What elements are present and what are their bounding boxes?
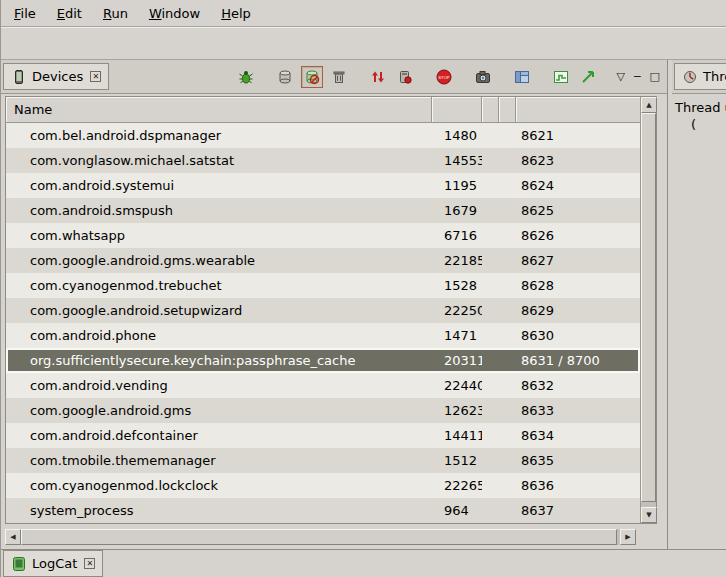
maximize-icon[interactable]: □ [650, 70, 660, 83]
process-name: com.bel.android.dspmanager [6, 128, 432, 143]
column-header-pid[interactable] [432, 97, 482, 123]
process-pid: 12623 [432, 403, 482, 418]
column-header-port[interactable] [516, 97, 640, 123]
screen-capture-button[interactable] [472, 66, 494, 88]
horizontal-scrollbar[interactable]: ◀ ▶ [5, 529, 636, 545]
view-menu-icon[interactable]: ▽ [617, 70, 625, 83]
process-pid: 1195 [432, 178, 482, 193]
process-name: com.android.defcontainer [6, 428, 432, 443]
process-row[interactable]: com.android.vending 22440 8632 [6, 373, 640, 398]
process-pid: 1480 [432, 128, 482, 143]
vertical-scrollbar-thumb[interactable] [641, 113, 656, 502]
logcat-icon [11, 556, 27, 572]
table-header: Name [6, 97, 640, 123]
column-header-aux1[interactable] [482, 97, 499, 123]
menu-bar: File Edit Run Window Help [1, 0, 726, 27]
dump-hprof-button[interactable] [301, 66, 323, 88]
dump-hprof-icon [304, 69, 320, 85]
menu-window[interactable]: Window [140, 3, 209, 24]
svg-text:STOP: STOP [438, 74, 450, 79]
process-pid: 22265 [432, 478, 482, 493]
process-name: com.google.android.gms.wearable [6, 253, 432, 268]
process-row[interactable]: com.whatsapp 6716 8626 [6, 223, 640, 248]
menu-file[interactable]: File [5, 3, 45, 24]
process-port: 8633 [516, 403, 640, 418]
process-name: com.android.systemui [6, 178, 432, 193]
update-threads-button[interactable] [367, 66, 389, 88]
process-row[interactable]: com.cyanogenmod.trebuchet 1528 8628 [6, 273, 640, 298]
ddms-window: File Edit Run Window Help Devices ✕ [0, 0, 726, 577]
process-row[interactable]: com.google.android.setupwizard 22250 862… [6, 298, 640, 323]
close-icon[interactable]: ✕ [84, 558, 95, 569]
minimize-icon[interactable]: ─ [634, 70, 641, 83]
process-row[interactable]: com.android.defcontainer 14411 8634 [6, 423, 640, 448]
process-port: 8621 [516, 128, 640, 143]
menu-help[interactable]: Help [212, 3, 260, 24]
process-pid: 6716 [432, 228, 482, 243]
update-heap-icon [277, 69, 293, 85]
process-port: 8628 [516, 278, 640, 293]
stop-process-icon: STOP [436, 69, 452, 85]
process-row[interactable]: system_process 964 8637 [6, 498, 640, 523]
opengl-trace-icon [580, 69, 596, 85]
process-table-body: com.bel.android.dspmanager 1480 8621 com… [6, 123, 640, 523]
devices-toolbar: STOP [235, 66, 599, 88]
process-port: 8626 [516, 228, 640, 243]
process-name: com.google.android.setupwizard [6, 303, 432, 318]
device-icon [11, 69, 27, 85]
process-pid: 1512 [432, 453, 482, 468]
process-row[interactable]: com.android.phone 1471 8630 [6, 323, 640, 348]
view-hierarchy-icon [514, 69, 530, 85]
menu-edit[interactable]: Edit [48, 3, 91, 24]
process-pid: 22440 [432, 378, 482, 393]
cause-gc-button[interactable] [328, 66, 350, 88]
threads-tabbar: Threa [672, 60, 726, 94]
process-row[interactable]: org.sufficientlysecure.keychain:passphra… [6, 348, 640, 373]
process-port: 8635 [516, 453, 640, 468]
view-hierarchy-button[interactable] [511, 66, 533, 88]
systrace-button[interactable] [550, 66, 572, 88]
process-row[interactable]: com.android.systemui 1195 8624 [6, 173, 640, 198]
process-row[interactable]: com.google.android.gms 12623 8633 [6, 398, 640, 423]
debug-icon [238, 69, 254, 85]
tab-threads[interactable]: Threa [674, 63, 726, 90]
scroll-down-icon[interactable]: ▼ [641, 507, 657, 523]
column-header-name[interactable]: Name [6, 97, 432, 123]
tab-devices-label: Devices [32, 69, 83, 84]
tab-logcat[interactable]: LogCat ✕ [3, 550, 103, 577]
process-pid: 14553 [432, 153, 482, 168]
menu-run[interactable]: Run [94, 3, 137, 24]
stop-process-button[interactable]: STOP [433, 66, 455, 88]
process-pid: 1679 [432, 203, 482, 218]
update-heap-button[interactable] [274, 66, 296, 88]
vertical-scrollbar[interactable]: ▲ ▼ [640, 97, 656, 523]
process-port: 8637 [516, 503, 640, 518]
process-row[interactable]: com.android.smspush 1679 8625 [6, 198, 640, 223]
tab-devices[interactable]: Devices ✕ [3, 63, 109, 90]
process-pid: 964 [432, 503, 482, 518]
process-pid: 14411 [432, 428, 482, 443]
process-row[interactable]: com.bel.android.dspmanager 1480 8621 [6, 123, 640, 148]
method-profiling-button[interactable] [394, 66, 416, 88]
process-row[interactable]: com.cyanogenmod.lockclock 22265 8636 [6, 473, 640, 498]
close-icon[interactable]: ✕ [90, 71, 101, 82]
process-port: 8625 [516, 203, 640, 218]
process-name: org.sufficientlysecure.keychain:passphra… [6, 353, 432, 368]
systrace-icon [553, 69, 569, 85]
process-name: com.android.vending [6, 378, 432, 393]
process-row[interactable]: com.vonglasow.michael.satstat 14553 8623 [6, 148, 640, 173]
process-row[interactable]: com.tmobile.thememanager 1512 8635 [6, 448, 640, 473]
main-toolbar [1, 27, 726, 60]
process-name: com.google.android.gms [6, 403, 432, 418]
scroll-right-icon[interactable]: ▶ [620, 529, 636, 545]
debug-process-button[interactable] [235, 66, 257, 88]
process-port: 8634 [516, 428, 640, 443]
process-row[interactable]: com.google.android.gms.wearable 22185 86… [6, 248, 640, 273]
horizontal-scrollbar-thumb[interactable] [21, 529, 617, 545]
opengl-trace-button[interactable] [577, 66, 599, 88]
process-name: com.cyanogenmod.trebuchet [6, 278, 432, 293]
process-pid: 22250 [432, 303, 482, 318]
scroll-left-icon[interactable]: ◀ [5, 529, 21, 545]
column-header-aux2[interactable] [499, 97, 516, 123]
scroll-up-icon[interactable]: ▲ [641, 97, 657, 113]
